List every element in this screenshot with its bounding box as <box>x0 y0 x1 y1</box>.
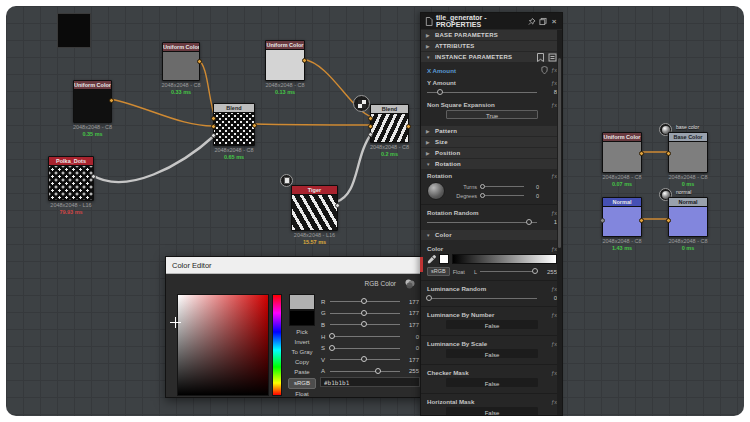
node-blend-2[interactable]: Blend 2048x2048 - C8 0.2 ms <box>370 104 409 143</box>
node-polka-dots[interactable]: Polka_Dots 2048x2048 - L16 79.93 ms <box>48 156 94 201</box>
node-preview <box>292 195 337 230</box>
node-uniform-color-3[interactable]: Uniform Color 2048x2048 - C8 0.13 ms <box>265 40 305 81</box>
eyedropper-icon[interactable] <box>427 255 436 264</box>
input-port[interactable] <box>211 133 216 138</box>
node-uniform-color-4[interactable]: Uniform Color 2048x2048 - C8 0.07 ms <box>602 132 642 173</box>
non-square-expansion-toggle[interactable]: True <box>446 110 538 119</box>
output-port[interactable] <box>406 124 411 129</box>
hex-input[interactable] <box>320 377 420 387</box>
output-port[interactable] <box>197 59 202 64</box>
section-pattern[interactable]: ▶ Pattern <box>421 126 562 136</box>
previous-color-swatch[interactable] <box>289 310 315 326</box>
a-slider[interactable] <box>330 371 400 372</box>
node-preview <box>603 207 641 236</box>
scrollbar-thumb[interactable] <box>558 58 561 248</box>
slider-handle[interactable] <box>437 89 443 95</box>
input-port[interactable] <box>211 116 216 121</box>
pick-button[interactable]: Pick <box>284 327 320 337</box>
section-rotation[interactable]: ▼ Rotation <box>421 159 562 169</box>
section-base-parameters[interactable]: ▶ BASE PARAMETERS <box>421 30 562 40</box>
float-window-icon[interactable] <box>539 17 547 26</box>
v-slider[interactable] <box>330 359 400 360</box>
slider-row-r: R 177 <box>321 296 419 308</box>
rotation-knob[interactable] <box>427 182 445 200</box>
float-toggle[interactable]: Float <box>284 389 320 399</box>
to-gray-button[interactable]: To Gray <box>284 347 320 357</box>
node-output-basecolor[interactable]: Base Color 2048x2048 - C8 0 ms <box>668 132 708 173</box>
node-uniform-color-2[interactable]: Uniform Color 2048x2048 - C8 0.33 ms <box>162 42 200 81</box>
input-port[interactable] <box>600 218 605 223</box>
current-color-swatch[interactable] <box>289 294 315 310</box>
input-port[interactable] <box>211 124 216 129</box>
wire-color[interactable] <box>253 124 372 125</box>
properties-titlebar[interactable]: tile_generator - PROPERTIES × <box>421 13 562 29</box>
wire-color[interactable] <box>110 99 215 126</box>
checker-mask-toggle[interactable]: False <box>446 378 538 387</box>
pin-icon[interactable] <box>528 17 536 26</box>
slider-handle[interactable] <box>532 268 538 274</box>
panel-scrollbar[interactable] <box>557 30 562 415</box>
output-port[interactable] <box>109 98 114 103</box>
node-unlabeled-bitmap[interactable] <box>57 13 91 48</box>
srgb-toggle[interactable]: sRGB <box>288 378 316 389</box>
invert-button[interactable]: Invert <box>284 337 320 347</box>
section-position[interactable]: ▶ Position <box>421 148 562 158</box>
luminance-by-scale-toggle[interactable]: False <box>446 349 538 358</box>
input-port[interactable] <box>368 124 373 129</box>
s-slider[interactable] <box>330 348 400 349</box>
srgb-toggle[interactable]: sRGB <box>427 267 450 276</box>
node-tiger[interactable]: Tiger 2048x2048 - L16 15.57 ms <box>291 185 338 231</box>
luminance-random-slider[interactable]: 0 <box>427 294 557 302</box>
horizontal-mask-toggle[interactable]: False <box>446 407 538 416</box>
h-slider[interactable] <box>330 336 400 337</box>
color-mode-label[interactable]: RGB Color <box>365 280 396 287</box>
output-port[interactable] <box>639 218 644 223</box>
paste-button[interactable]: Paste <box>284 367 320 377</box>
panel-title: tile_generator - PROPERTIES <box>436 14 522 28</box>
input-port[interactable] <box>666 218 671 223</box>
g-slider[interactable] <box>330 313 400 314</box>
hue-strip[interactable] <box>272 294 282 396</box>
y-amount-slider[interactable]: 8 <box>427 88 557 96</box>
node-blend-1[interactable]: Blend 2048x2048 - C8 0.65 ms <box>213 103 255 146</box>
bookmark-icon[interactable] <box>536 53 545 62</box>
slider-handle[interactable] <box>526 219 532 225</box>
copy-button[interactable]: Copy <box>284 357 320 367</box>
luminance-gradient-bar[interactable] <box>452 254 557 264</box>
section-size[interactable]: ▶ Size <box>421 137 562 147</box>
luminance-slider[interactable] <box>480 271 538 272</box>
rotation-random-slider[interactable]: 1 <box>427 218 557 226</box>
output-port[interactable] <box>302 58 307 63</box>
param-luminance-by-number: Luminance By Number ƒx <box>427 311 557 318</box>
luminance-by-number-toggle[interactable]: False <box>446 320 538 329</box>
degrees-slider[interactable] <box>480 195 524 196</box>
close-icon[interactable]: × <box>550 17 558 26</box>
color-mode-icon[interactable] <box>404 278 416 290</box>
output-port[interactable] <box>639 151 644 156</box>
node-normal[interactable]: Normal 2048x2048 - C8 1.43 ms <box>602 197 642 237</box>
r-slider[interactable] <box>330 301 400 302</box>
turns-slider[interactable] <box>480 186 524 187</box>
color-cursor[interactable] <box>170 317 181 328</box>
input-port[interactable] <box>368 132 373 137</box>
preset-icon[interactable] <box>548 53 557 62</box>
param-x-amount[interactable]: X Amount ƒx <box>427 64 557 76</box>
section-attributes[interactable]: ▶ ATTRIBUTES <box>421 41 562 51</box>
node-uniform-color-1[interactable]: Uniform Color 2048x2048 - C8 0.35 ms <box>73 80 112 123</box>
view-output-badge[interactable] <box>353 95 370 112</box>
input-port[interactable] <box>368 116 373 121</box>
float-toggle[interactable]: Float <box>453 269 465 275</box>
b-slider[interactable] <box>330 324 400 325</box>
checker-icon <box>358 100 366 108</box>
section-instance-parameters[interactable]: ▼ INSTANCE PARAMETERS <box>421 52 562 62</box>
saturation-value-picker[interactable] <box>177 294 269 396</box>
section-color[interactable]: ▼ Color <box>421 230 562 240</box>
output-port[interactable] <box>91 174 96 179</box>
output-port[interactable] <box>335 203 340 208</box>
slider-handle[interactable] <box>426 295 432 301</box>
color-editor-titlebar[interactable]: Color Editor <box>166 257 424 274</box>
node-output-normal[interactable]: Normal 2048x2048 - C8 0 ms <box>668 197 708 237</box>
output-port[interactable] <box>252 123 257 128</box>
input-port[interactable] <box>666 151 671 156</box>
color-swatch[interactable] <box>439 254 449 264</box>
